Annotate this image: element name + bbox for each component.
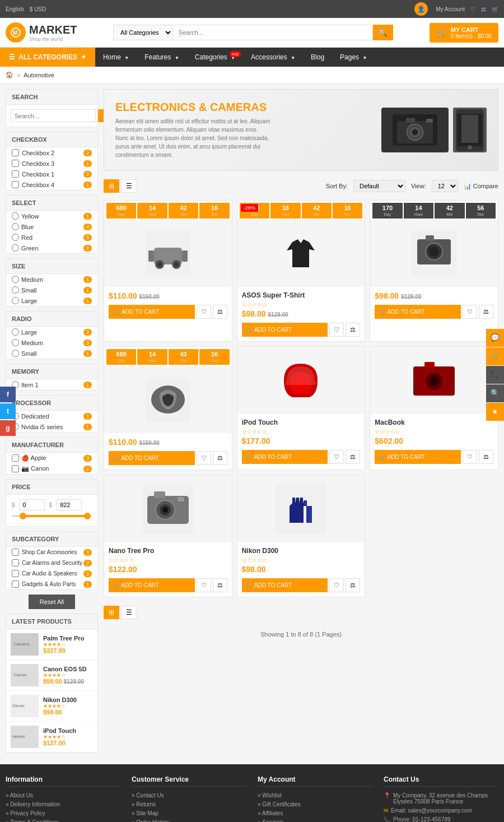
radio-red[interactable]: [12, 234, 19, 241]
compare-btn-1[interactable]: ⚖: [213, 305, 227, 319]
subcat-gadgets-check[interactable]: [12, 580, 19, 588]
checkbox-1[interactable]: [12, 170, 19, 178]
subcat-car-access-check[interactable]: [12, 549, 19, 556]
latest-name-3[interactable]: Nikon D300: [43, 696, 77, 703]
wish-btn-3[interactable]: ♡: [463, 305, 477, 319]
wish-btn-2[interactable]: ♡: [329, 323, 344, 337]
cart-top-icon[interactable]: 🛒: [492, 6, 498, 12]
manuf-apple-check[interactable]: [12, 454, 19, 462]
footer-affiliates[interactable]: Affiliates: [258, 810, 283, 816]
right-phone-btn[interactable]: 📞: [486, 366, 504, 384]
search-button[interactable]: 🔍: [373, 25, 393, 40]
grid-view-btn[interactable]: ⊞: [104, 179, 119, 193]
radio-size-small[interactable]: [12, 286, 19, 294]
wishlist-icon[interactable]: ♡: [470, 6, 475, 12]
compare-icon[interactable]: ⚖: [481, 6, 486, 12]
twitter-btn[interactable]: t: [0, 403, 16, 419]
footer-specials[interactable]: Specials: [258, 819, 283, 822]
sort-dropdown[interactable]: Default Name (A-Z) Name (Z-A) Price (Low…: [353, 180, 405, 192]
footer-wishlist[interactable]: Wishlist: [258, 792, 282, 798]
my-account-link[interactable]: My Account: [436, 6, 465, 12]
right-cart-btn[interactable]: 🛒: [486, 347, 504, 365]
add-cart-btn-8[interactable]: 🛒 ADD TO CART: [242, 578, 328, 592]
footer-terms[interactable]: Terms & Conditions: [6, 819, 59, 822]
checkbox-4[interactable]: [12, 181, 19, 188]
wish-btn-7[interactable]: ♡: [197, 578, 211, 592]
add-cart-btn-6[interactable]: 🛒 ADD TO CART: [375, 450, 461, 464]
compare-btn-5[interactable]: ⚖: [346, 450, 360, 464]
radio-yellow[interactable]: [12, 212, 19, 220]
google-plus-btn[interactable]: g: [0, 420, 16, 436]
radio-r-small[interactable]: [12, 350, 19, 357]
product-name-8[interactable]: Nikon D300: [242, 547, 361, 555]
add-cart-btn-5[interactable]: 🛒 ADD TO CART: [242, 450, 328, 464]
product-name-6[interactable]: MacBook: [375, 419, 493, 426]
right-chat-btn[interactable]: 💬: [486, 329, 504, 347]
list-view-btn[interactable]: ☰: [121, 179, 137, 193]
nav-features[interactable]: Features ▼: [137, 48, 187, 67]
price-max-input[interactable]: 822: [57, 499, 82, 510]
reset-button[interactable]: Reset All: [29, 595, 75, 609]
compare-btn-6[interactable]: ⚖: [479, 450, 493, 464]
subcat-car-audio-check[interactable]: [12, 570, 19, 577]
radio-r-large[interactable]: [12, 328, 19, 336]
nav-categories[interactable]: Categories ▼ Hot: [187, 48, 243, 67]
checkbox-3[interactable]: [12, 160, 19, 167]
search-input[interactable]: [173, 25, 373, 40]
footer-delivery[interactable]: Delivery Information: [6, 801, 60, 807]
product-name-7[interactable]: Nano Tree Pro: [109, 547, 227, 555]
wish-btn-1[interactable]: ♡: [197, 305, 211, 319]
radio-size-large[interactable]: [12, 297, 19, 304]
footer-gift[interactable]: Gift Certificates: [258, 801, 301, 807]
compare-btn-4[interactable]: ⚖: [213, 451, 227, 465]
add-cart-btn-4[interactable]: 🛒 ADD TO CART: [109, 451, 195, 465]
add-cart-btn-7[interactable]: 🛒 ADD TO CART: [109, 578, 195, 592]
latest-name-2[interactable]: Canon EOS 5D: [43, 666, 87, 672]
logo[interactable]: M MARKET Shop the world: [6, 22, 77, 43]
right-search-btn[interactable]: 🔍: [486, 384, 504, 402]
latest-name-4[interactable]: iPod Touch: [43, 727, 76, 734]
bottom-list-view-btn[interactable]: ☰: [121, 606, 137, 619]
wish-btn-8[interactable]: ♡: [329, 578, 344, 592]
add-cart-btn-1[interactable]: 🛒 ADD TO CART: [109, 305, 195, 319]
radio-size-medium[interactable]: [12, 276, 19, 283]
wish-btn-4[interactable]: ♡: [197, 451, 211, 465]
product-name-2[interactable]: ASOS Super T-Shirt: [242, 291, 361, 299]
add-cart-btn-3[interactable]: 🛒 ADD TO CART: [375, 305, 461, 319]
all-categories-btn[interactable]: ☰ ALL CATEGORIES ✦: [0, 48, 95, 67]
footer-about[interactable]: About Us: [6, 792, 33, 798]
compare-btn-8[interactable]: ⚖: [346, 578, 360, 592]
price-min-input[interactable]: 0: [20, 499, 45, 510]
add-cart-btn-2[interactable]: 🛒 ADD TO CART: [242, 323, 328, 337]
nav-home[interactable]: Home ▼: [95, 48, 137, 67]
breadcrumb-home[interactable]: 🏠: [6, 71, 13, 78]
footer-order-history[interactable]: Order History: [132, 819, 170, 822]
price-slider[interactable]: [12, 515, 92, 517]
footer-contact[interactable]: Contact Us: [132, 792, 164, 798]
view-dropdown[interactable]: 12 24 36: [432, 180, 458, 192]
facebook-btn[interactable]: f: [0, 387, 16, 402]
nav-blog[interactable]: Blog: [303, 48, 332, 67]
compare-btn-2[interactable]: ⚖: [346, 323, 360, 337]
price-slider-handle-right[interactable]: [84, 513, 91, 519]
radio-green[interactable]: [12, 244, 19, 252]
bottom-grid-view-btn[interactable]: ⊞: [104, 606, 119, 619]
wish-btn-6[interactable]: ♡: [463, 450, 477, 464]
manuf-canon-check[interactable]: [12, 465, 19, 472]
radio-r-medium[interactable]: [12, 339, 19, 346]
product-name-5[interactable]: iPod Touch: [242, 419, 361, 426]
latest-name-1[interactable]: Palm Tree Pro: [43, 635, 84, 642]
price-slider-handle-left[interactable]: [20, 513, 26, 519]
compare-btn-7[interactable]: ⚖: [213, 578, 227, 592]
subcat-car-alarm-check[interactable]: [12, 559, 19, 566]
wish-btn-5[interactable]: ♡: [329, 450, 344, 464]
radio-blue[interactable]: [12, 223, 19, 230]
footer-returns[interactable]: Returns: [132, 801, 156, 807]
currency-selector[interactable]: $ USD: [30, 6, 46, 12]
footer-privacy[interactable]: Privacy Policy: [6, 810, 45, 816]
footer-sitemap[interactable]: Site Map: [132, 810, 158, 816]
nav-accessories[interactable]: Accessories ▼: [243, 48, 303, 67]
category-dropdown[interactable]: All Categories: [113, 25, 173, 40]
right-star-btn[interactable]: ★: [486, 403, 504, 421]
language-selector[interactable]: English: [6, 6, 24, 12]
